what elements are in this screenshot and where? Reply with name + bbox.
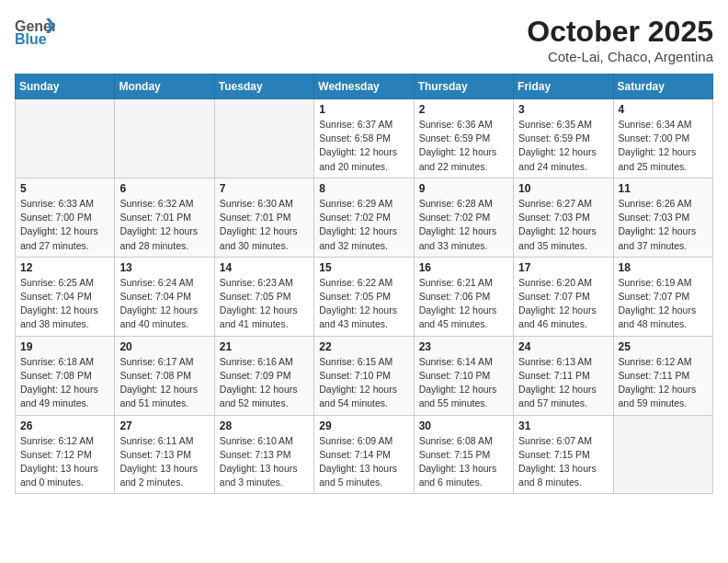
calendar-day-cell: 11Sunrise: 6:26 AM Sunset: 7:03 PM Dayli… <box>613 178 712 257</box>
calendar-day-cell: 22Sunrise: 6:15 AM Sunset: 7:10 PM Dayli… <box>314 336 414 415</box>
day-info: Sunrise: 6:19 AM Sunset: 7:07 PM Dayligh… <box>619 276 708 332</box>
day-number: 29 <box>319 419 408 432</box>
calendar-day-cell: 6Sunrise: 6:32 AM Sunset: 7:01 PM Daylig… <box>115 178 214 257</box>
day-info: Sunrise: 6:29 AM Sunset: 7:02 PM Dayligh… <box>319 197 408 253</box>
day-info: Sunrise: 6:23 AM Sunset: 7:05 PM Dayligh… <box>220 276 309 332</box>
day-info: Sunrise: 6:32 AM Sunset: 7:01 PM Dayligh… <box>119 197 209 253</box>
day-info: Sunrise: 6:28 AM Sunset: 7:02 PM Dayligh… <box>419 197 508 253</box>
day-number: 24 <box>518 340 608 353</box>
day-number: 15 <box>319 261 408 274</box>
day-info: Sunrise: 6:21 AM Sunset: 7:06 PM Dayligh… <box>419 276 508 332</box>
day-number: 13 <box>119 261 209 274</box>
calendar-day-cell: 30Sunrise: 6:08 AM Sunset: 7:15 PM Dayli… <box>414 415 513 494</box>
day-number: 3 <box>518 103 608 116</box>
weekday-header-row: SundayMondayTuesdayWednesdayThursdayFrid… <box>16 75 713 99</box>
calendar-day-cell: 20Sunrise: 6:17 AM Sunset: 7:08 PM Dayli… <box>115 336 214 415</box>
day-info: Sunrise: 6:34 AM Sunset: 7:00 PM Dayligh… <box>619 118 708 174</box>
day-number: 10 <box>518 182 608 195</box>
day-info: Sunrise: 6:13 AM Sunset: 7:11 PM Dayligh… <box>518 355 608 411</box>
calendar-day-cell: 29Sunrise: 6:09 AM Sunset: 7:14 PM Dayli… <box>314 415 414 494</box>
calendar-day-cell: 31Sunrise: 6:07 AM Sunset: 7:15 PM Dayli… <box>514 415 613 494</box>
calendar-day-cell: 26Sunrise: 6:12 AM Sunset: 7:12 PM Dayli… <box>16 415 115 494</box>
weekday-header-cell: Wednesday <box>314 75 414 99</box>
month-title: October 2025 <box>527 15 713 49</box>
logo-icon: General Blue <box>15 15 55 48</box>
calendar-day-cell: 27Sunrise: 6:11 AM Sunset: 7:13 PM Dayli… <box>115 415 214 494</box>
calendar-day-cell: 1Sunrise: 6:37 AM Sunset: 6:58 PM Daylig… <box>314 99 414 178</box>
weekday-header-cell: Saturday <box>613 75 712 99</box>
calendar-day-cell <box>214 99 313 178</box>
weekday-header-cell: Sunday <box>16 75 115 99</box>
title-area: October 2025 Cote-Lai, Chaco, Argentina <box>527 15 713 64</box>
calendar-day-cell: 24Sunrise: 6:13 AM Sunset: 7:11 PM Dayli… <box>514 336 613 415</box>
day-number: 27 <box>119 419 209 432</box>
weekday-header-cell: Monday <box>115 75 214 99</box>
calendar-week-row: 26Sunrise: 6:12 AM Sunset: 7:12 PM Dayli… <box>16 415 713 494</box>
day-number: 21 <box>220 340 309 353</box>
day-number: 8 <box>319 182 408 195</box>
calendar-day-cell: 28Sunrise: 6:10 AM Sunset: 7:13 PM Dayli… <box>214 415 313 494</box>
day-number: 23 <box>419 340 508 353</box>
day-info: Sunrise: 6:24 AM Sunset: 7:04 PM Dayligh… <box>119 276 209 332</box>
calendar-day-cell: 19Sunrise: 6:18 AM Sunset: 7:08 PM Dayli… <box>16 336 115 415</box>
day-info: Sunrise: 6:08 AM Sunset: 7:15 PM Dayligh… <box>419 434 508 490</box>
day-number: 2 <box>419 103 508 116</box>
day-number: 16 <box>419 261 508 274</box>
day-number: 14 <box>220 261 309 274</box>
day-number: 1 <box>319 103 408 116</box>
calendar-day-cell <box>16 99 115 178</box>
svg-text:Blue: Blue <box>15 31 47 47</box>
day-info: Sunrise: 6:15 AM Sunset: 7:10 PM Dayligh… <box>319 355 408 411</box>
day-info: Sunrise: 6:37 AM Sunset: 6:58 PM Dayligh… <box>319 118 408 174</box>
weekday-header-cell: Thursday <box>414 75 513 99</box>
day-number: 18 <box>619 261 708 274</box>
calendar-week-row: 1Sunrise: 6:37 AM Sunset: 6:58 PM Daylig… <box>16 99 713 178</box>
day-info: Sunrise: 6:36 AM Sunset: 6:59 PM Dayligh… <box>419 118 508 174</box>
calendar-week-row: 12Sunrise: 6:25 AM Sunset: 7:04 PM Dayli… <box>16 257 713 336</box>
page-header: General Blue October 2025 Cote-Lai, Chac… <box>15 15 713 64</box>
calendar-day-cell: 9Sunrise: 6:28 AM Sunset: 7:02 PM Daylig… <box>414 178 513 257</box>
calendar-day-cell: 2Sunrise: 6:36 AM Sunset: 6:59 PM Daylig… <box>414 99 513 178</box>
weekday-header-cell: Tuesday <box>214 75 313 99</box>
day-number: 30 <box>419 419 508 432</box>
calendar-day-cell: 4Sunrise: 6:34 AM Sunset: 7:00 PM Daylig… <box>613 99 712 178</box>
day-info: Sunrise: 6:26 AM Sunset: 7:03 PM Dayligh… <box>619 197 708 253</box>
day-info: Sunrise: 6:20 AM Sunset: 7:07 PM Dayligh… <box>518 276 608 332</box>
day-number: 20 <box>119 340 209 353</box>
calendar-day-cell: 14Sunrise: 6:23 AM Sunset: 7:05 PM Dayli… <box>214 257 313 336</box>
day-number: 19 <box>20 340 109 353</box>
calendar-week-row: 19Sunrise: 6:18 AM Sunset: 7:08 PM Dayli… <box>16 336 713 415</box>
calendar-day-cell: 5Sunrise: 6:33 AM Sunset: 7:00 PM Daylig… <box>16 178 115 257</box>
calendar-day-cell: 21Sunrise: 6:16 AM Sunset: 7:09 PM Dayli… <box>214 336 313 415</box>
calendar-day-cell: 12Sunrise: 6:25 AM Sunset: 7:04 PM Dayli… <box>16 257 115 336</box>
day-info: Sunrise: 6:11 AM Sunset: 7:13 PM Dayligh… <box>119 434 209 490</box>
day-number: 7 <box>220 182 309 195</box>
day-info: Sunrise: 6:30 AM Sunset: 7:01 PM Dayligh… <box>220 197 309 253</box>
day-info: Sunrise: 6:17 AM Sunset: 7:08 PM Dayligh… <box>119 355 209 411</box>
calendar-day-cell: 18Sunrise: 6:19 AM Sunset: 7:07 PM Dayli… <box>613 257 712 336</box>
calendar-day-cell: 3Sunrise: 6:35 AM Sunset: 6:59 PM Daylig… <box>514 99 613 178</box>
day-info: Sunrise: 6:10 AM Sunset: 7:13 PM Dayligh… <box>220 434 309 490</box>
weekday-header-cell: Friday <box>514 75 613 99</box>
day-number: 9 <box>419 182 508 195</box>
calendar-day-cell: 10Sunrise: 6:27 AM Sunset: 7:03 PM Dayli… <box>514 178 613 257</box>
calendar-table: SundayMondayTuesdayWednesdayThursdayFrid… <box>15 74 713 494</box>
location-subtitle: Cote-Lai, Chaco, Argentina <box>527 49 713 64</box>
calendar-day-cell <box>613 415 712 494</box>
calendar-day-cell: 7Sunrise: 6:30 AM Sunset: 7:01 PM Daylig… <box>214 178 313 257</box>
calendar-day-cell: 8Sunrise: 6:29 AM Sunset: 7:02 PM Daylig… <box>314 178 414 257</box>
calendar-day-cell: 16Sunrise: 6:21 AM Sunset: 7:06 PM Dayli… <box>414 257 513 336</box>
calendar-day-cell: 17Sunrise: 6:20 AM Sunset: 7:07 PM Dayli… <box>514 257 613 336</box>
calendar-week-row: 5Sunrise: 6:33 AM Sunset: 7:00 PM Daylig… <box>16 178 713 257</box>
calendar-day-cell: 13Sunrise: 6:24 AM Sunset: 7:04 PM Dayli… <box>115 257 214 336</box>
day-number: 6 <box>119 182 209 195</box>
calendar-day-cell <box>115 99 214 178</box>
day-info: Sunrise: 6:25 AM Sunset: 7:04 PM Dayligh… <box>20 276 109 332</box>
day-info: Sunrise: 6:12 AM Sunset: 7:11 PM Dayligh… <box>619 355 708 411</box>
day-info: Sunrise: 6:12 AM Sunset: 7:12 PM Dayligh… <box>20 434 109 490</box>
day-number: 31 <box>518 419 608 432</box>
day-info: Sunrise: 6:09 AM Sunset: 7:14 PM Dayligh… <box>319 434 408 490</box>
day-info: Sunrise: 6:27 AM Sunset: 7:03 PM Dayligh… <box>518 197 608 253</box>
day-info: Sunrise: 6:18 AM Sunset: 7:08 PM Dayligh… <box>20 355 109 411</box>
day-number: 28 <box>220 419 309 432</box>
